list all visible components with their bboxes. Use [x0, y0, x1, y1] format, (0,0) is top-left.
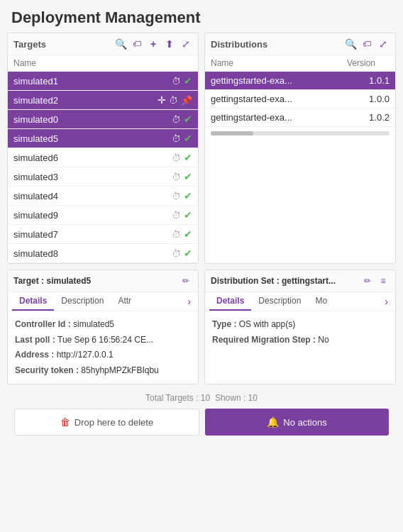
target-name: simulated6 — [13, 153, 172, 163]
dist-list-icon[interactable]: ≡ — [377, 275, 390, 287]
target-label: Target : — [13, 276, 46, 286]
table-row[interactable]: simulated1 ⏱ ✔ — [8, 72, 198, 91]
clock-icon: ⏱ — [172, 153, 181, 163]
check-icon: ✔ — [184, 133, 192, 144]
dist-col-version: Version — [347, 58, 390, 68]
dist-name: gettingstart... — [282, 276, 336, 286]
table-row[interactable]: simulated5 ⏱ ✔ — [8, 129, 198, 148]
delete-button[interactable]: 🗑 Drop here to delete — [14, 409, 199, 436]
targets-add-icon[interactable]: + — [147, 38, 160, 50]
table-row[interactable]: simulated7 ⏱ ✔ — [8, 225, 198, 244]
field-controller-id: Controller Id : simulated5 — [15, 317, 191, 333]
clock-icon: ⏱ — [169, 95, 178, 106]
dist-name: gettingstarted-exa... — [211, 75, 358, 86]
move-icon: ✛ — [158, 94, 166, 106]
address-value: http://127.0.0.1 — [57, 350, 114, 360]
table-row[interactable]: simulated6 ⏱ ✔ — [8, 148, 198, 167]
tab-dist-mo[interactable]: Mo — [308, 292, 334, 311]
clock-icon: ⏱ — [172, 133, 181, 144]
field-security-token: Security token : 85hyhpMPZkFBIqbu — [15, 363, 191, 379]
dist-tab-next-arrow[interactable]: › — [382, 296, 391, 307]
dist-edit-icon[interactable]: ✏ — [361, 275, 374, 287]
targets-tag-icon[interactable]: 🏷 — [131, 38, 143, 50]
target-name: simulated1 — [13, 76, 172, 87]
total-label: Total Targets : 10 — [145, 393, 210, 403]
table-row[interactable]: simulated9 ⏱ ✔ — [8, 206, 198, 225]
top-panels: Targets 🔍 🏷 + ⬆ ⤢ Name simul — [7, 33, 396, 264]
actions-button[interactable]: 🔔 No actions — [205, 409, 389, 436]
dist-version: 1.0.1 — [358, 75, 390, 86]
clock-icon: ⏱ — [172, 191, 181, 201]
check-icon: ✔ — [184, 228, 192, 240]
distributions-search-icon[interactable]: 🔍 — [344, 38, 357, 50]
actions-button-label: No actions — [283, 417, 326, 428]
check-icon: ✔ — [184, 75, 192, 87]
page-container: Deployment Management Targets 🔍 🏷 + ⬆ ⤢ — [0, 0, 403, 444]
dist-version: 1.0.0 — [358, 94, 390, 104]
table-row[interactable]: simulated3 ⏱ ✔ — [8, 167, 198, 187]
dist-detail-body: Type : OS with app(s) Required Migration… — [205, 311, 395, 353]
target-name: simulated2 — [13, 95, 156, 106]
security-token-value: 85hyhpMPZkFBIqbu — [81, 365, 158, 375]
distributions-table-header: Name Version — [205, 55, 395, 72]
targets-upload-icon[interactable]: ⬆ — [163, 38, 176, 50]
bell-icon: 🔔 — [267, 416, 279, 428]
migration-label: Required Migration Step : — [212, 335, 318, 345]
tab-dist-details[interactable]: Details — [209, 292, 251, 311]
controller-id-label: Controller Id : — [15, 319, 73, 329]
target-name: simulated0 — [13, 114, 172, 125]
footer-total: Total Targets : 10 Shown : 10 — [7, 390, 396, 409]
tab-next-arrow[interactable]: › — [184, 296, 194, 307]
distributions-panel-header: Distributions 🔍 🏷 ⤢ — [205, 33, 395, 55]
controller-id-value: simulated5 — [73, 319, 114, 329]
distributions-panel-title: Distributions — [211, 39, 267, 50]
type-value: OS with app(s) — [239, 319, 295, 329]
field-address: Address : http://127.0.0.1 — [15, 348, 191, 363]
targets-expand-icon[interactable]: ⤢ — [180, 38, 192, 50]
field-migration: Required Migration Step : No — [212, 333, 388, 348]
clock-icon: ⏱ — [172, 229, 181, 240]
address-label: Address : — [15, 350, 57, 360]
table-row[interactable]: simulated8 ⏱ ✔ — [8, 244, 198, 263]
target-tabs-row: Details Description Attr › — [8, 292, 198, 311]
tab-dist-description[interactable]: Description — [251, 292, 308, 311]
table-row[interactable]: simulated4 ⏱ ✔ — [8, 187, 198, 206]
dist-version: 1.0.2 — [358, 112, 390, 123]
distributions-expand-icon[interactable]: ⤢ — [377, 38, 390, 50]
table-row[interactable]: gettingstarted-exa... 1.0.0 — [205, 90, 395, 109]
table-row[interactable]: gettingstarted-exa... 1.0.2 — [205, 109, 395, 127]
dist-name: gettingstarted-exa... — [211, 94, 358, 104]
tab-attr[interactable]: Attr — [111, 292, 138, 311]
footer-actions: 🗑 Drop here to delete 🔔 No actions — [7, 409, 396, 444]
scrollbar-thumb[interactable] — [211, 131, 253, 135]
distributions-tag-icon[interactable]: 🏷 — [360, 38, 373, 50]
targets-search-icon[interactable]: 🔍 — [114, 38, 127, 50]
distributions-panel-icons: 🔍 🏷 ⤢ — [344, 38, 390, 50]
security-token-label: Security token : — [15, 365, 81, 375]
targets-table-header: Name — [8, 55, 198, 72]
last-poll-label: Last poll : — [15, 335, 57, 345]
targets-panel-title: Targets — [13, 39, 46, 50]
check-icon: ✔ — [184, 209, 192, 221]
clock-icon: ⏱ — [172, 210, 181, 221]
dist-name: gettingstarted-exa... — [211, 112, 358, 123]
tab-description[interactable]: Description — [54, 292, 111, 311]
last-poll-value: Tue Sep 6 16:56:24 CE... — [57, 335, 153, 345]
migration-value: No — [318, 335, 329, 345]
dist-label: Distribution Set : — [211, 276, 282, 286]
scrollbar[interactable] — [211, 131, 390, 135]
clock-icon: ⏱ — [172, 114, 181, 125]
trash-icon: 🗑 — [60, 416, 70, 428]
clock-icon: ⏱ — [172, 172, 181, 182]
distribution-detail-title: Distribution Set : gettingstart... — [211, 276, 336, 286]
tab-details[interactable]: Details — [12, 292, 54, 311]
targets-panel-icons: 🔍 🏷 + ⬆ ⤢ — [114, 38, 192, 50]
clock-icon: ⏱ — [172, 76, 181, 87]
table-row[interactable]: simulated2 ✛ ⏱ 📌 — [8, 91, 198, 110]
target-detail-title: Target : simulated5 — [13, 276, 91, 286]
target-edit-icon[interactable]: ✏ — [180, 275, 192, 287]
table-row[interactable]: gettingstarted-exa... 1.0.1 — [205, 72, 395, 90]
target-name: simulated5 — [13, 133, 172, 144]
table-row[interactable]: simulated0 ⏱ ✔ — [8, 110, 198, 129]
check-icon: ✔ — [184, 152, 192, 163]
